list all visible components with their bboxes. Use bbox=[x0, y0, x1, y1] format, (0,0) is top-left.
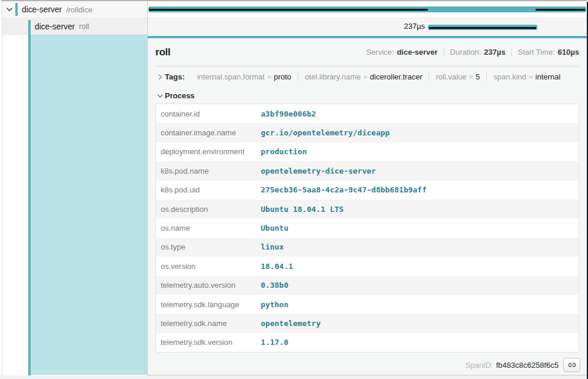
span-detail-row: roll Service: dice-server Duration: 237µ… bbox=[2, 35, 587, 375]
process-key: telemetry.sdk.language bbox=[156, 295, 256, 314]
span-detail-header: roll Service: dice-server Duration: 237µ… bbox=[155, 38, 579, 66]
service-name: dice-server bbox=[22, 5, 62, 14]
process-table-row: telemetry.auto.version0.38b0 bbox=[156, 276, 579, 295]
span-detail-panel: roll Service: dice-server Duration: 237µ… bbox=[148, 36, 587, 375]
process-key: container.id bbox=[156, 104, 256, 123]
chevron-right-icon[interactable] bbox=[155, 74, 165, 80]
process-key: k8s.pod.name bbox=[156, 161, 256, 180]
span-duration-label: 237µs bbox=[148, 18, 428, 34]
process-table-row: k8s.pod.nameopentelemetry-dice-server bbox=[156, 161, 579, 180]
column-divider[interactable] bbox=[147, 1, 148, 375]
process-value[interactable]: gcr.io/opentelemetry/diceapp bbox=[256, 123, 579, 142]
tag-key: span.kind bbox=[493, 72, 526, 81]
process-table-row: telemetry.sdk.nameopentelemetry bbox=[156, 314, 579, 333]
span-bar-cell[interactable]: 237µs bbox=[148, 18, 587, 34]
tag-value: proto bbox=[274, 72, 291, 81]
process-key: container.image.name bbox=[156, 123, 256, 142]
tag-item: internal.span.format = proto bbox=[191, 72, 298, 81]
process-value[interactable]: linux bbox=[256, 238, 579, 257]
process-key: telemetry.sdk.name bbox=[156, 314, 256, 333]
process-value[interactable]: Ubuntu bbox=[256, 218, 579, 237]
process-key: os.version bbox=[156, 257, 256, 275]
process-value[interactable]: 1.17.0 bbox=[256, 333, 579, 352]
span-bar-cell[interactable] bbox=[148, 1, 587, 18]
process-table-row: os.nameUbuntu bbox=[156, 218, 579, 237]
tag-value: internal bbox=[536, 72, 561, 81]
process-table-row: deployment.environmentproduction bbox=[156, 142, 579, 161]
process-key: os.name bbox=[156, 218, 256, 237]
tag-item: otel.library.name = diceroller.tracer bbox=[298, 72, 429, 81]
link-icon bbox=[568, 361, 576, 369]
process-value[interactable]: 18.04.1 bbox=[256, 257, 579, 275]
process-label[interactable]: Process bbox=[165, 91, 195, 100]
process-value[interactable]: 275ecb36-5aa8-4c2a-9c47-d8bb681b9aff bbox=[256, 181, 579, 200]
process-table-row: container.ida3bf90e006b2 bbox=[156, 104, 579, 123]
detail-row-accent-stripe bbox=[28, 21, 31, 375]
trace-timeline-page: dice-server /rolldice dice-server roll 2… bbox=[0, 0, 588, 379]
duration-value: 237µs bbox=[484, 48, 505, 56]
service-label: Service: bbox=[366, 48, 394, 56]
tag-item: span.kind = internal bbox=[486, 72, 567, 81]
process-table-row: telemetry.sdk.version1.17.0 bbox=[156, 333, 579, 352]
critical-path-segment bbox=[149, 9, 428, 11]
span-operation-title: roll bbox=[155, 46, 171, 58]
process-key: os.type bbox=[156, 238, 256, 257]
process-value[interactable]: python bbox=[256, 295, 579, 314]
critical-path-segment bbox=[429, 27, 536, 29]
process-table-row: k8s.pod.uid275ecb36-5aa8-4c2a-9c47-d8bb6… bbox=[156, 181, 579, 200]
process-value[interactable]: production bbox=[256, 142, 579, 161]
collapse-children-icon[interactable] bbox=[4, 6, 15, 13]
bottom-strip bbox=[0, 375, 587, 379]
service-name: dice-server bbox=[35, 22, 75, 31]
process-key-value-table: container.ida3bf90e006b2container.image.… bbox=[155, 104, 579, 353]
service-color-stripe bbox=[15, 3, 18, 16]
process-key: deployment.environment bbox=[156, 142, 256, 161]
span-overview: Service: dice-server Duration: 237µs Sta… bbox=[366, 48, 579, 56]
process-value[interactable]: opentelemetry bbox=[256, 314, 579, 333]
tags-accordion[interactable]: Tags: internal.span.format = proto otel.… bbox=[155, 67, 579, 87]
process-table-row: os.typelinux bbox=[156, 238, 579, 257]
tag-key: otel.library.name bbox=[305, 72, 361, 81]
chevron-down-icon[interactable] bbox=[155, 93, 165, 99]
span-row-rolldice[interactable]: dice-server /rolldice bbox=[2, 1, 587, 18]
service-value: dice-server bbox=[397, 48, 437, 56]
spanid-label: SpanID: bbox=[466, 361, 493, 370]
spanid-value: fb483c8c6258f6c5 bbox=[496, 361, 559, 370]
process-table-row: telemetry.sdk.languagepython bbox=[156, 295, 579, 314]
operation-name: roll bbox=[79, 22, 89, 31]
start-time-value: 610µs bbox=[558, 48, 579, 56]
operation-name: /rolldice bbox=[66, 5, 92, 14]
tag-key: roll.value bbox=[436, 72, 466, 81]
process-value[interactable]: Ubuntu 18.04.1 LTS bbox=[256, 200, 579, 218]
process-table-row: container.image.namegcr.io/opentelemetry… bbox=[156, 123, 579, 142]
span-row-roll[interactable]: dice-server roll 237µs bbox=[2, 18, 587, 35]
process-key: telemetry.auto.version bbox=[156, 276, 256, 295]
process-value[interactable]: a3bf90e006b2 bbox=[256, 104, 579, 123]
duration-label: Duration: bbox=[450, 48, 481, 56]
process-value[interactable]: opentelemetry-dice-server bbox=[256, 161, 579, 180]
process-table-row: os.descriptionUbuntu 18.04.1 LTS bbox=[156, 200, 579, 218]
span-name-column[interactable]: dice-server roll bbox=[2, 18, 147, 34]
span-debug-info: SpanID: fb483c8c6258f6c5 bbox=[155, 356, 580, 374]
detail-row-accent[interactable] bbox=[31, 35, 147, 375]
process-key: telemetry.sdk.version bbox=[156, 333, 256, 352]
process-value[interactable]: 0.38b0 bbox=[256, 276, 579, 295]
tags-label[interactable]: Tags: bbox=[165, 72, 185, 81]
tag-value: diceroller.tracer bbox=[370, 72, 423, 81]
critical-path-segment bbox=[536, 9, 585, 11]
process-key: os.description bbox=[156, 200, 256, 218]
process-table-row: os.version18.04.1 bbox=[156, 257, 579, 275]
process-key: k8s.pod.uid bbox=[156, 181, 256, 200]
start-time-label: Start Time: bbox=[518, 48, 555, 56]
deep-link-button[interactable] bbox=[563, 358, 580, 372]
span-name-column[interactable]: dice-server /rolldice bbox=[2, 1, 147, 18]
tag-key: internal.span.format bbox=[197, 72, 265, 81]
tag-value: 5 bbox=[476, 72, 480, 81]
tag-item: roll.value = 5 bbox=[428, 72, 486, 81]
process-accordion[interactable]: Process bbox=[155, 87, 579, 104]
